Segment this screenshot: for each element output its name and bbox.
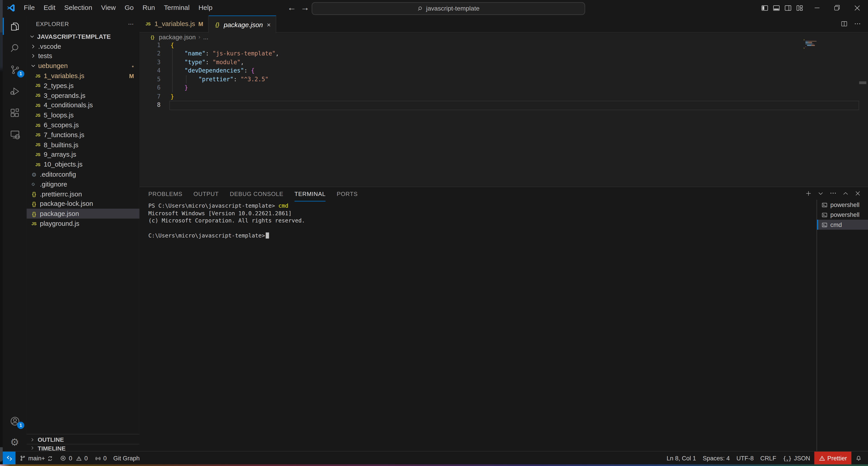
- menu-terminal[interactable]: Terminal: [159, 0, 194, 15]
- panel-tab-output[interactable]: OUTPUT: [193, 187, 219, 201]
- tree-item-package-lock.json[interactable]: {}package-lock.json: [27, 199, 140, 209]
- json-file-icon: {}: [31, 211, 38, 217]
- status-encoding[interactable]: UTF-8: [734, 452, 757, 465]
- explorer-more-actions-icon[interactable]: ⋯: [128, 20, 134, 27]
- menu-selection[interactable]: Selection: [60, 0, 97, 15]
- status-bar-left: main+000Git Graph: [3, 452, 142, 465]
- editor-tab-1_variables.js[interactable]: JS1_variables.jsM: [140, 15, 209, 32]
- tree-item-3_operands.js[interactable]: JS3_operands.js: [27, 91, 140, 100]
- tree-item-6_scopes.js[interactable]: JS6_scopes.js: [27, 120, 140, 130]
- status-forwarded-ports[interactable]: 0: [92, 452, 109, 465]
- js-file-icon: JS: [34, 132, 41, 137]
- tree-item-8_builtins.js[interactable]: JS8_builtins.js: [27, 140, 140, 150]
- timeline-section-header[interactable]: TIMELINE: [27, 444, 140, 451]
- tree-item-uebungen[interactable]: uebungen●: [27, 61, 140, 71]
- json-file-icon: {}: [149, 34, 156, 40]
- status-git-graph[interactable]: Git Graph: [111, 452, 142, 465]
- tree-item-5_loops.js[interactable]: JS5_loops.js: [27, 111, 140, 120]
- menu-view[interactable]: View: [97, 0, 120, 15]
- minimize-window-icon[interactable]: [809, 0, 825, 15]
- terminal-output[interactable]: PS C:\Users\micro\javascript-template> c…: [148, 202, 802, 239]
- tree-item-tests[interactable]: tests: [27, 51, 140, 61]
- status-language-mode[interactable]: {x}JSON: [780, 452, 813, 465]
- close-panel-icon[interactable]: [854, 189, 861, 197]
- activity-accounts[interactable]: 1: [3, 410, 27, 432]
- more-actions-icon[interactable]: [829, 189, 837, 197]
- tree-item-.prettierrc.json[interactable]: {}.prettierrc.json: [27, 189, 140, 199]
- tree-item-4_conditionals.js[interactable]: JS4_conditionals.js: [27, 100, 140, 111]
- menu-go[interactable]: Go: [120, 0, 138, 15]
- nav-back-icon[interactable]: ←: [285, 0, 299, 15]
- chevron-right-icon: [30, 43, 36, 49]
- chevron-right-icon: [29, 445, 35, 451]
- terminal-instance-cmd[interactable]: cmd: [817, 220, 868, 230]
- activity-run-and-debug[interactable]: [3, 80, 27, 102]
- panel-tab-problems[interactable]: PROBLEMS: [148, 187, 183, 201]
- panel-tab-terminal[interactable]: TERMINAL: [294, 187, 326, 201]
- sidebar-title: EXPLORER: [36, 20, 69, 27]
- editor-code[interactable]: { "name": "js-kurs-template", "type": "m…: [170, 41, 802, 109]
- code-line: {: [170, 41, 802, 50]
- chevron-down-icon: [30, 63, 36, 69]
- activity-remote-explorer[interactable]: [3, 123, 27, 145]
- status-cursor-position[interactable]: Ln 8, Col 1: [664, 452, 699, 465]
- outline-section-header[interactable]: OUTLINE: [27, 434, 140, 444]
- split-editor-icon[interactable]: [840, 20, 848, 28]
- status-problems[interactable]: 00: [57, 452, 91, 465]
- status-prettier[interactable]: Prettier: [814, 452, 851, 465]
- tree-item-.editorconfig[interactable]: ⚙.editorconfig: [27, 169, 140, 179]
- command-center-search[interactable]: javascript-template: [312, 2, 585, 15]
- tree-item-.gitignore[interactable]: .gitignore: [27, 179, 140, 189]
- toggle-secondary-sidebar-icon[interactable]: [782, 0, 794, 15]
- tree-item-9_arrays.js[interactable]: JS9_arrays.js: [27, 150, 140, 160]
- tree-item-playground.js[interactable]: JSplayground.js: [27, 219, 140, 228]
- nav-forward-icon[interactable]: →: [299, 0, 312, 15]
- js-file-icon: JS: [145, 21, 152, 26]
- tree-root-folder[interactable]: JAVASCRIPT-TEMPLATE: [27, 32, 140, 41]
- line-number: 4: [140, 67, 160, 75]
- tree-item-.vscode[interactable]: .vscode: [27, 41, 140, 51]
- activity-settings[interactable]: ⚙: [3, 431, 27, 453]
- search-value: javascript-template: [426, 5, 479, 12]
- panel-tab-debug-console[interactable]: DEBUG CONSOLE: [230, 187, 284, 201]
- toggle-panel-icon[interactable]: [771, 0, 782, 15]
- restore-window-icon[interactable]: [829, 0, 845, 15]
- editor-more-actions-icon[interactable]: [854, 20, 862, 28]
- terminal-instance-powershell[interactable]: powershell: [817, 210, 868, 220]
- breadcrumb[interactable]: {} package.json › ...: [140, 33, 208, 41]
- activity-source-control[interactable]: 1: [3, 59, 27, 80]
- status-remote-indicator[interactable]: [3, 452, 16, 465]
- minimap[interactable]: [804, 39, 829, 50]
- terminal-profile-dropdown-icon[interactable]: [817, 189, 824, 197]
- close-tab-icon[interactable]: ×: [267, 21, 271, 29]
- tree-item-package.json[interactable]: {}package.json: [27, 209, 140, 219]
- activity-search[interactable]: [3, 37, 27, 59]
- maximize-panel-icon[interactable]: [842, 189, 849, 197]
- git-modified-badge: M: [129, 72, 134, 79]
- toggle-sidebar-icon[interactable]: [759, 0, 771, 15]
- menu-run[interactable]: Run: [138, 0, 159, 15]
- close-window-icon[interactable]: [849, 0, 865, 15]
- tree-item-10_objects.js[interactable]: JS10_objects.js: [27, 160, 140, 169]
- panel-tab-ports[interactable]: PORTS: [337, 187, 358, 201]
- status-notifications[interactable]: [852, 452, 865, 465]
- tree-item-2_types.js[interactable]: JS2_types.js: [27, 81, 140, 91]
- tree-item-7_functions.js[interactable]: JS7_functions.js: [27, 130, 140, 140]
- status-indentation[interactable]: Spaces: 4: [700, 452, 733, 465]
- customize-layout-icon[interactable]: [794, 0, 806, 15]
- editor-scrollbar-thumb[interactable]: [859, 81, 866, 84]
- tree-item-1_variables.js[interactable]: JS1_variables.jsM: [27, 71, 140, 81]
- status-git-branch[interactable]: main+: [17, 452, 56, 465]
- menu-edit[interactable]: Edit: [39, 0, 60, 15]
- terminal-icon: [822, 202, 828, 208]
- terminal-instance-powershell[interactable]: powershell: [817, 200, 868, 210]
- activity-explorer[interactable]: [3, 15, 27, 37]
- menu-help[interactable]: Help: [194, 0, 217, 15]
- sidebar-header: EXPLORER ⋯: [27, 15, 140, 32]
- new-terminal-icon[interactable]: [805, 189, 812, 197]
- menu-file[interactable]: File: [19, 0, 39, 15]
- editor-tab-package.json[interactable]: {}package.json×: [209, 15, 276, 33]
- status-eol[interactable]: CRLF: [757, 452, 779, 465]
- activity-extensions[interactable]: [3, 102, 27, 123]
- outline-label: OUTLINE: [38, 436, 64, 443]
